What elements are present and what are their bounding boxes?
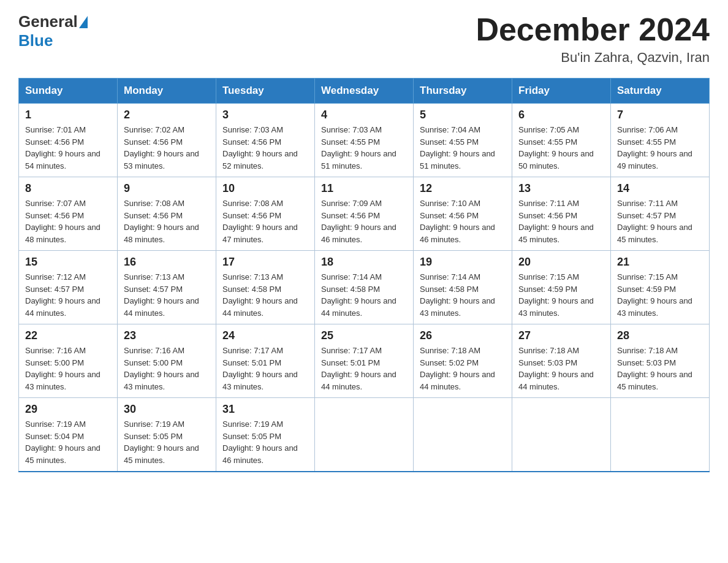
day-info: Sunrise: 7:06 AMSunset: 4:55 PMDaylight:… [617,125,692,170]
day-info: Sunrise: 7:16 AMSunset: 5:00 PMDaylight:… [124,346,199,391]
day-number: 9 [124,182,210,195]
day-info: Sunrise: 7:13 AMSunset: 4:58 PMDaylight:… [222,272,298,318]
day-number: 31 [222,403,308,416]
day-cell-4: 4 Sunrise: 7:03 AMSunset: 4:55 PMDayligh… [315,104,414,177]
day-info: Sunrise: 7:16 AMSunset: 5:00 PMDaylight:… [25,346,100,391]
week-row-4: 22 Sunrise: 7:16 AMSunset: 5:00 PMDaylig… [19,324,710,398]
empty-cell [611,398,710,472]
day-number: 1 [25,109,111,121]
day-cell-19: 19 Sunrise: 7:14 AMSunset: 4:58 PMDaylig… [414,251,512,324]
week-row-5: 29 Sunrise: 7:19 AMSunset: 5:04 PMDaylig… [19,398,710,472]
day-header-monday: Monday [118,79,216,104]
day-cell-17: 17 Sunrise: 7:13 AMSunset: 4:58 PMDaylig… [216,251,315,324]
day-number: 5 [420,109,506,121]
calendar-table: SundayMondayTuesdayWednesdayThursdayFrid… [18,78,710,472]
day-info: Sunrise: 7:15 AMSunset: 4:59 PMDaylight:… [518,272,594,318]
day-cell-12: 12 Sunrise: 7:10 AMSunset: 4:56 PMDaylig… [414,177,512,251]
day-info: Sunrise: 7:14 AMSunset: 4:58 PMDaylight:… [321,272,396,318]
day-info: Sunrise: 7:17 AMSunset: 5:01 PMDaylight:… [321,346,396,391]
day-number: 24 [222,329,308,342]
day-number: 21 [617,256,703,269]
day-info: Sunrise: 7:15 AMSunset: 4:59 PMDaylight:… [617,272,692,318]
day-info: Sunrise: 7:03 AMSunset: 4:56 PMDaylight:… [222,125,298,170]
logo-blue-text: Blue [18,31,53,50]
day-cell-23: 23 Sunrise: 7:16 AMSunset: 5:00 PMDaylig… [118,324,216,398]
day-info: Sunrise: 7:02 AMSunset: 4:56 PMDaylight:… [124,125,199,170]
day-cell-24: 24 Sunrise: 7:17 AMSunset: 5:01 PMDaylig… [216,324,315,398]
day-cell-13: 13 Sunrise: 7:11 AMSunset: 4:56 PMDaylig… [512,177,611,251]
day-number: 14 [617,182,703,195]
day-number: 23 [124,329,210,342]
day-info: Sunrise: 7:17 AMSunset: 5:01 PMDaylight:… [222,346,298,391]
day-cell-25: 25 Sunrise: 7:17 AMSunset: 5:01 PMDaylig… [315,324,414,398]
day-cell-15: 15 Sunrise: 7:12 AMSunset: 4:57 PMDaylig… [19,251,118,324]
day-header-tuesday: Tuesday [216,79,315,104]
day-number: 25 [321,329,407,342]
day-cell-8: 8 Sunrise: 7:07 AMSunset: 4:56 PMDayligh… [19,177,118,251]
day-number: 8 [25,182,111,195]
week-row-3: 15 Sunrise: 7:12 AMSunset: 4:57 PMDaylig… [19,251,710,324]
empty-cell [512,398,611,472]
day-info: Sunrise: 7:12 AMSunset: 4:57 PMDaylight:… [25,272,100,318]
day-info: Sunrise: 7:19 AMSunset: 5:05 PMDaylight:… [222,419,298,465]
logo: General Blue [18,12,89,50]
day-info: Sunrise: 7:18 AMSunset: 5:03 PMDaylight:… [518,346,594,391]
day-cell-10: 10 Sunrise: 7:08 AMSunset: 4:56 PMDaylig… [216,177,315,251]
day-cell-27: 27 Sunrise: 7:18 AMSunset: 5:03 PMDaylig… [512,324,611,398]
day-cell-20: 20 Sunrise: 7:15 AMSunset: 4:59 PMDaylig… [512,251,611,324]
day-info: Sunrise: 7:11 AMSunset: 4:57 PMDaylight:… [617,199,692,244]
day-number: 2 [124,109,210,121]
day-cell-16: 16 Sunrise: 7:13 AMSunset: 4:57 PMDaylig… [118,251,216,324]
day-info: Sunrise: 7:07 AMSunset: 4:56 PMDaylight:… [25,199,100,244]
day-info: Sunrise: 7:19 AMSunset: 5:04 PMDaylight:… [25,419,100,465]
day-number: 18 [321,256,407,269]
day-number: 19 [420,256,506,269]
day-info: Sunrise: 7:13 AMSunset: 4:57 PMDaylight:… [124,272,199,318]
day-cell-14: 14 Sunrise: 7:11 AMSunset: 4:57 PMDaylig… [611,177,710,251]
day-number: 12 [420,182,506,195]
title-block: December 2024 Bu'in Zahra, Qazvin, Iran [476,12,710,66]
day-cell-28: 28 Sunrise: 7:18 AMSunset: 5:03 PMDaylig… [611,324,710,398]
day-number: 7 [617,109,703,121]
day-header-thursday: Thursday [414,79,512,104]
day-number: 3 [222,109,308,121]
day-info: Sunrise: 7:11 AMSunset: 4:56 PMDaylight:… [518,199,594,244]
day-number: 28 [617,329,703,342]
day-info: Sunrise: 7:19 AMSunset: 5:05 PMDaylight:… [124,419,199,465]
logo-triangle-icon [79,16,88,28]
day-cell-5: 5 Sunrise: 7:04 AMSunset: 4:55 PMDayligh… [414,104,512,177]
day-cell-2: 2 Sunrise: 7:02 AMSunset: 4:56 PMDayligh… [118,104,216,177]
day-number: 27 [518,329,604,342]
day-number: 6 [518,109,604,121]
day-info: Sunrise: 7:03 AMSunset: 4:55 PMDaylight:… [321,125,396,170]
day-number: 30 [124,403,210,416]
day-cell-30: 30 Sunrise: 7:19 AMSunset: 5:05 PMDaylig… [118,398,216,472]
location-text: Bu'in Zahra, Qazvin, Iran [476,50,710,66]
day-info: Sunrise: 7:14 AMSunset: 4:58 PMDaylight:… [420,272,495,318]
day-cell-21: 21 Sunrise: 7:15 AMSunset: 4:59 PMDaylig… [611,251,710,324]
day-number: 20 [518,256,604,269]
day-number: 16 [124,256,210,269]
empty-cell [315,398,414,472]
day-info: Sunrise: 7:08 AMSunset: 4:56 PMDaylight:… [222,199,298,244]
day-number: 4 [321,109,407,121]
day-header-friday: Friday [512,79,611,104]
day-cell-26: 26 Sunrise: 7:18 AMSunset: 5:02 PMDaylig… [414,324,512,398]
week-row-1: 1 Sunrise: 7:01 AMSunset: 4:56 PMDayligh… [19,104,710,177]
day-info: Sunrise: 7:01 AMSunset: 4:56 PMDaylight:… [25,125,100,170]
days-header-row: SundayMondayTuesdayWednesdayThursdayFrid… [19,79,710,104]
day-number: 11 [321,182,407,195]
day-number: 22 [25,329,111,342]
day-cell-1: 1 Sunrise: 7:01 AMSunset: 4:56 PMDayligh… [19,104,118,177]
day-cell-9: 9 Sunrise: 7:08 AMSunset: 4:56 PMDayligh… [118,177,216,251]
day-info: Sunrise: 7:10 AMSunset: 4:56 PMDaylight:… [420,199,495,244]
day-number: 13 [518,182,604,195]
month-title: December 2024 [476,12,710,47]
day-number: 17 [222,256,308,269]
day-cell-7: 7 Sunrise: 7:06 AMSunset: 4:55 PMDayligh… [611,104,710,177]
day-info: Sunrise: 7:08 AMSunset: 4:56 PMDaylight:… [124,199,199,244]
empty-cell [414,398,512,472]
day-cell-29: 29 Sunrise: 7:19 AMSunset: 5:04 PMDaylig… [19,398,118,472]
day-number: 26 [420,329,506,342]
day-info: Sunrise: 7:04 AMSunset: 4:55 PMDaylight:… [420,125,495,170]
